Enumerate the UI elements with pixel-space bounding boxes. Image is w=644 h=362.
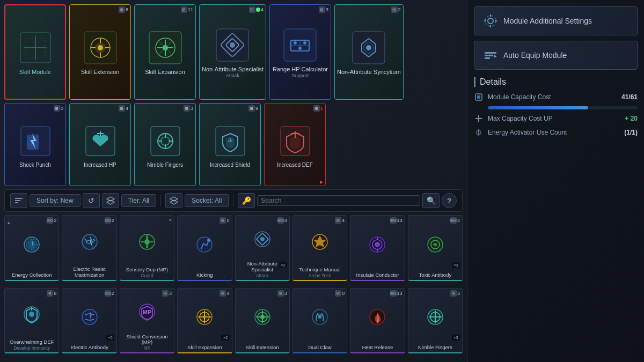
card-sub: Support [292,73,309,79]
equipped-range-hp[interactable]: ⊞3 Range HP Calculator Support [269,4,331,100]
equipped-increased-hp[interactable]: ⊞4 Increased HP [69,103,131,186]
equipped-non-attr-syncytium[interactable]: ⊞2 Non-Attribute Syncytium [334,4,404,100]
card-badge: ⊞8 [119,6,128,13]
card-sub: Attack [256,273,269,278]
card-name: Increased HP [84,162,116,168]
card-name: Heat Release [362,345,393,351]
svg-point-29 [303,41,306,45]
card-badge: ⊞2 [391,6,401,13]
tier-layer-icon[interactable] [102,193,119,208]
card-name: Skill Expansion [187,345,222,351]
inv-energy-collection[interactable]: ⊞⊟2 ✦ Energy Collection [4,215,59,281]
filter-bar: Sort by: New ↺ Tier: All Socket: All 🔑 [4,189,463,212]
auto-equip-btn[interactable]: Auto Equip Module [474,41,638,70]
inv-dual-claw[interactable]: ⊞0 Dual Claw [292,288,347,354]
svg-point-90 [82,309,97,324]
socket-btn[interactable]: Socket: All [185,194,229,207]
card-name: Electric Antibody [70,345,108,351]
multiplier: ×3 [452,262,460,268]
tier-btn[interactable]: Tier: All [121,194,157,207]
svg-point-18 [163,45,168,50]
inv-electric-antibody[interactable]: ⊞⊟2 ×5 Electric Antibody [62,288,116,354]
inv-sensory-dep[interactable]: × Sensory Dep (MP) Guard [120,215,174,281]
inv-toxic-antibody[interactable]: ⊞⊟2 ×3 Toxic Antibody [408,215,463,281]
equipped-shock-punch[interactable]: ⊞0 Shock Punch [4,103,66,186]
svg-point-64 [82,234,97,249]
inv-badge: ⊞⊟2 [105,217,114,224]
svg-point-28 [298,47,302,50]
inv-badge: × [169,217,172,223]
search-input[interactable] [261,197,416,204]
inv-badge: ⊞⊟13 [390,217,402,224]
card-name: Overwhelming DEF [10,339,54,345]
equipped-skill-expansion[interactable]: ⊞11 Skill Expansion [134,4,196,100]
right-panel: Module Additional Settings Auto Equip Mo… [467,0,644,362]
max-capacity-icon [474,114,484,123]
svg-point-112 [488,18,493,24]
inv-badge: ⊞3 [277,290,287,297]
inv-badge: ⊗8 [47,290,56,297]
inv-technique-manual[interactable]: ⊞4 Technique Manual Arche Tech [292,215,347,281]
inv-skill-expansion2[interactable]: ⊞4 ×2 Skill Expansion [177,288,232,354]
inv-non-attr-spec[interactable]: ⊞⊟4 ×2 Non-Attribute Specialist Attack [235,215,290,281]
equipped-increased-shield[interactable]: ⊞9 Increased Shield [199,103,261,186]
card-sub: Arche Tech [309,273,331,278]
card-name: Shock Punch [19,162,51,168]
help-btn[interactable]: ? [442,193,457,208]
svg-point-74 [207,239,210,242]
card-badge: ⊞1 [313,105,323,112]
inv-badge: ⊞⊟4 [277,217,287,224]
search-btn[interactable]: 🔍 [422,193,440,208]
inv-badge: ⊞4 [335,217,345,224]
divider [160,194,161,207]
equipped-skill-extension[interactable]: ⊞8 Skill Extension [69,4,131,100]
svg-point-22 [230,42,235,48]
multiplier: ×3 [452,335,460,341]
inv-badge: ⊞3 [450,290,460,297]
equipped-increased-def[interactable]: ⊞1 Increased DEF ▶ [264,103,326,186]
svg-rect-40 [151,127,180,156]
card-name: Energy Collection [12,272,52,278]
capacity-value: 41/61 [621,93,638,101]
module-settings-btn[interactable]: Module Additional Settings [474,6,638,35]
card-sub: Attack [226,73,239,79]
inv-badge: ⊞0 [219,217,229,224]
card-name: Shield Conversion (MP) [122,334,172,346]
mid-equipped-row: ⊞0 Shock Punch ⊞4 [4,103,463,186]
energy-value: (1/1) [624,129,638,136]
empty-module-slot[interactable]: Skill Module [4,4,66,100]
card-name: Insulate Conductor [356,272,399,278]
inv-nimble-fingers2[interactable]: ⊞3 ×3 Nimble Fingers [408,288,463,354]
equipped-non-attr-specialist[interactable]: ⊞4 Non-Attribute Specialist Attack [199,4,266,100]
svg-point-61 [27,240,36,249]
card-badge: ⊞0 [54,105,63,112]
reset-btn[interactable]: ↺ [83,193,100,208]
svg-marker-59 [170,200,178,204]
module-settings-label: Module Additional Settings [503,17,592,25]
sort-icon-btn[interactable] [10,193,27,208]
card-name: Dual Claw [308,345,331,351]
socket-layer-icon[interactable] [165,193,182,208]
energy-row: Energy Activator Use Count (1/1) [474,128,638,137]
inv-electric-resist[interactable]: ⊞⊟2 Electric Resist Maximization [62,215,116,281]
svg-point-104 [260,315,265,319]
card-badge: ⊞3 [319,6,328,13]
inv-insulate-conductor[interactable]: ⊞⊟13 Insulate Conductor [350,215,405,281]
divider2 [233,194,233,207]
inv-skill-extension2[interactable]: ⊞3 Skill Extension [235,288,290,354]
equipped-nimble-fingers[interactable]: ⊞3 Nimble Fingers [134,103,196,186]
inv-overwhelming-def[interactable]: ⊗8 Overwhelming DEF Develop Immunity [4,288,59,354]
sort-by-btn[interactable]: Sort by: New [30,194,80,207]
inv-heat-release[interactable]: ⊞⊟13 Heat Release [350,288,405,354]
inv-shield-conversion[interactable]: ⊞3 MP Shield Conversion (MP) MP [120,288,174,354]
card-sub: Guard [141,273,153,278]
card-name: Electric Resist Maximization [64,267,114,278]
module-capacity-row: Module Capacity Cost 41/61 [474,92,638,102]
inventory-grid: ⊞⊟2 ✦ Energy Collection ⊞⊟2 [4,215,463,358]
inv-badge: ⊞3 [162,290,172,297]
card-name: Kicking [196,272,213,278]
energy-label: Energy Activator Use Count [488,129,620,136]
inv-kicking[interactable]: ⊞0 Kicking [177,215,232,281]
card-name: Skill Extension [246,345,279,351]
inv-badge: ⊞0 [335,290,345,297]
